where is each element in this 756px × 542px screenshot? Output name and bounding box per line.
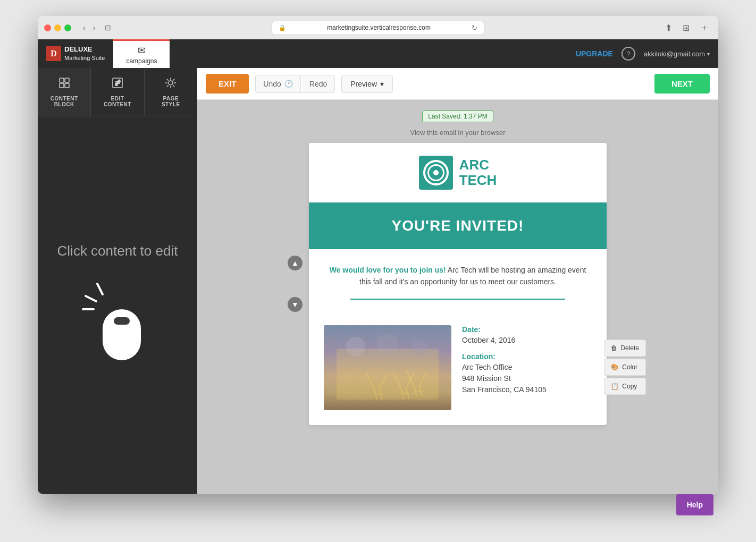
minimize-button[interactable]	[54, 24, 61, 31]
arc-dot	[433, 170, 439, 175]
new-tab-button[interactable]: ⊞	[679, 21, 693, 35]
edit-content-icon	[111, 77, 124, 92]
window-resize-button[interactable]: ⊡	[103, 21, 113, 34]
redo-label: Redo	[309, 80, 327, 88]
svg-rect-2	[60, 83, 64, 88]
arc-name-line2: TECH	[459, 173, 497, 188]
svg-rect-0	[60, 78, 64, 82]
undo-button[interactable]: Undo 🕐	[256, 75, 300, 92]
scroll-up-arrow[interactable]: ▲	[288, 256, 303, 270]
body-highlight-text: We would love for you to join us!	[330, 266, 446, 274]
svg-point-8	[169, 81, 173, 85]
delete-button[interactable]: 🗑 Delete	[604, 340, 646, 357]
traffic-lights	[44, 24, 71, 31]
svg-point-15	[346, 337, 365, 356]
forward-button[interactable]: ›	[90, 21, 99, 34]
arc-name-line1: ARC	[459, 157, 497, 173]
clock-icon: 🕐	[284, 80, 293, 88]
content-block-label: CONTENTBLOCK	[51, 96, 78, 107]
campaigns-tab[interactable]: ✉ campaigns	[113, 39, 170, 68]
copy-icon: 📋	[611, 383, 619, 390]
arc-circle-outer	[423, 160, 449, 185]
edit-content-label: EDITCONTENT	[104, 96, 131, 107]
add-tab-button[interactable]: ＋	[697, 21, 712, 35]
svg-rect-12	[103, 309, 141, 360]
svg-point-16	[377, 333, 398, 354]
location-label: Location:	[462, 352, 592, 361]
trash-icon: 🗑	[611, 344, 617, 352]
email-card: ARC TECH YOU'RE INVITED!	[309, 143, 607, 425]
deluxe-logo-icon: D	[46, 46, 61, 61]
close-button[interactable]	[44, 24, 51, 31]
editor-area: EXIT Undo 🕐 Redo Preview ▾ NEXT	[197, 68, 718, 494]
help-icon-button[interactable]: ?	[621, 47, 635, 61]
user-menu[interactable]: akkiloki@gmail.com ▾	[644, 50, 710, 58]
event-info: Date: October 4, 2016 Location: Arc Tech…	[462, 325, 592, 395]
svg-line-9	[86, 296, 96, 301]
scroll-arrows: ▲ ▼	[288, 256, 303, 312]
brand-subtitle: Marketing Suite	[64, 54, 105, 62]
exit-button[interactable]: EXIT	[206, 74, 249, 94]
main-content: CONTENTBLOCK EDITCONTENT	[38, 68, 718, 494]
sidebar-tab-page-style[interactable]: PAGESTYLE	[145, 68, 197, 116]
preview-chevron-icon: ▾	[380, 80, 384, 88]
arctech-logo: ARC TECH	[419, 156, 497, 190]
preview-button[interactable]: Preview ▾	[341, 75, 393, 93]
email-logo-section: ARC TECH	[309, 143, 607, 202]
email-action-buttons: 🗑 Delete 🎨 Color 📋 Copy	[604, 340, 646, 395]
scroll-down-arrow[interactable]: ▼	[288, 297, 303, 312]
lock-icon: 🔒	[279, 24, 286, 31]
location-line2: 948 Mission St	[462, 373, 592, 384]
campaigns-label: campaigns	[126, 57, 157, 65]
sidebar-tab-edit-content[interactable]: EDITCONTENT	[91, 68, 144, 116]
mouse-icon	[80, 272, 155, 368]
date-value: October 4, 2016	[462, 335, 592, 346]
editor-toolbar: EXIT Undo 🕐 Redo Preview ▾ NEXT	[197, 68, 718, 100]
chevron-down-icon: ▾	[707, 51, 710, 57]
address-bar[interactable]: 🔒 marketingsuite.verticalresponse.com ↻	[272, 21, 484, 35]
logo-text: DELUXE Marketing Suite	[64, 45, 105, 62]
click-to-edit-prompt: Click content to edit	[57, 243, 178, 259]
logo-section: D DELUXE Marketing Suite	[38, 45, 113, 62]
sidebar-tabs: CONTENTBLOCK EDITCONTENT	[38, 68, 197, 116]
campaigns-icon: ✉	[138, 45, 146, 56]
color-label: Color	[622, 363, 637, 371]
brand-name: DELUXE	[64, 45, 105, 54]
svg-line-10	[97, 284, 103, 294]
copy-label: Copy	[622, 383, 637, 390]
copy-button[interactable]: 📋 Copy	[604, 378, 646, 395]
svg-point-17	[411, 339, 428, 356]
app-header: D DELUXE Marketing Suite ✉ campaigns UPG…	[38, 39, 718, 68]
event-image	[324, 325, 451, 410]
email-wrapper: Last Saved: 1:37 PM View this email in y…	[197, 100, 718, 436]
location-line3: San Francisco, CA 94105	[462, 384, 592, 395]
color-button[interactable]: 🎨 Color	[604, 359, 646, 376]
email-divider	[350, 299, 565, 300]
back-button[interactable]: ‹	[80, 21, 89, 34]
last-saved: Last Saved: 1:37 PM	[219, 111, 697, 122]
refresh-button[interactable]: ↻	[472, 24, 477, 32]
hero-title: YOU'RE INVITED!	[324, 217, 592, 234]
nav-buttons: ‹ ›	[80, 21, 98, 34]
content-block-icon	[58, 77, 71, 92]
email-body-section: We would love for you to join us! Arc Te…	[309, 249, 607, 325]
arc-logo-icon	[419, 156, 453, 190]
next-button[interactable]: NEXT	[654, 74, 710, 94]
body-text: We would love for you to join us! Arc Te…	[324, 264, 592, 288]
sidebar: CONTENTBLOCK EDITCONTENT	[38, 68, 197, 494]
upgrade-button[interactable]: UPGRADE	[576, 49, 613, 58]
delete-label: Delete	[620, 344, 639, 352]
title-bar: ‹ › ⊡ 🔒 marketingsuite.verticalresponse.…	[38, 16, 718, 39]
help-button[interactable]: Help	[676, 494, 713, 515]
share-button[interactable]: ⬆	[662, 21, 675, 35]
arc-text: ARC TECH	[459, 157, 497, 188]
logo-letter: D	[51, 49, 57, 58]
sidebar-tab-content-block[interactable]: CONTENTBLOCK	[38, 68, 91, 116]
maximize-button[interactable]	[64, 24, 71, 31]
svg-rect-1	[65, 78, 69, 82]
color-icon: 🎨	[611, 363, 619, 371]
redo-button[interactable]: Redo	[302, 75, 334, 92]
view-browser-link[interactable]: View this email in your browser	[219, 129, 697, 137]
email-hero-section[interactable]: YOU'RE INVITED!	[309, 202, 607, 249]
location-line1: Arc Tech Office	[462, 362, 592, 373]
